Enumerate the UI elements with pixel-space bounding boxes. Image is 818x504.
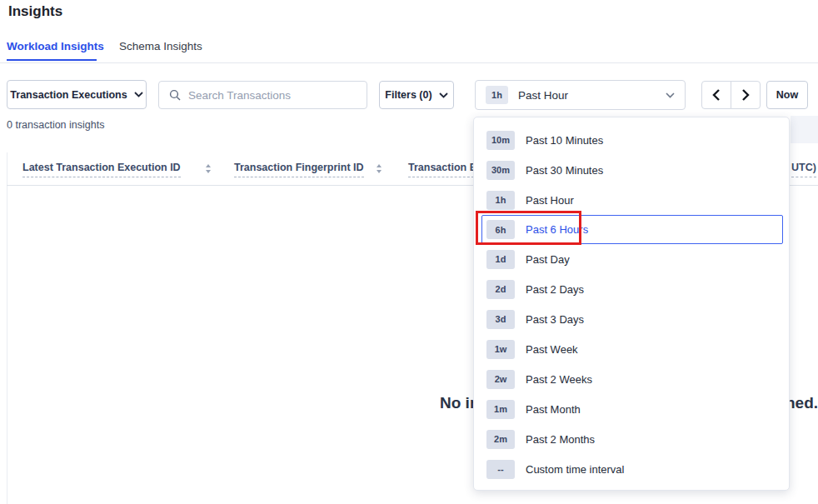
empty-state-message-right: ned. bbox=[786, 394, 818, 412]
search-container[interactable] bbox=[158, 81, 367, 109]
time-option-past-hour[interactable]: 1h Past Hour bbox=[474, 185, 789, 215]
search-icon bbox=[169, 89, 181, 101]
column-header-latest-execution-id[interactable]: Latest Transaction Execution ID bbox=[22, 162, 181, 177]
chevron-right-icon bbox=[741, 89, 750, 101]
time-option-past-month[interactable]: 1m Past Month bbox=[474, 394, 789, 424]
sort-icon[interactable] bbox=[206, 164, 211, 173]
time-option-custom-interval[interactable]: -- Custom time interval bbox=[474, 454, 789, 484]
chevron-down-icon bbox=[666, 92, 675, 98]
page-title: Insights bbox=[8, 3, 62, 20]
sort-icon[interactable] bbox=[377, 164, 382, 173]
tab-workload-insights[interactable]: Workload Insights bbox=[7, 40, 104, 52]
time-option-past-30-minutes[interactable]: 30m Past 30 Minutes bbox=[474, 155, 789, 185]
time-option-past-2-days[interactable]: 2d Past 2 Days bbox=[474, 274, 789, 304]
active-tab-underline bbox=[7, 59, 97, 61]
time-option-past-2-months[interactable]: 2m Past 2 Months bbox=[474, 424, 789, 454]
time-range-label: Past Hour bbox=[518, 89, 568, 102]
next-interval-button[interactable] bbox=[731, 81, 761, 109]
previous-interval-button[interactable] bbox=[701, 81, 731, 109]
chevron-down-icon bbox=[134, 92, 143, 97]
column-header-transaction-execution[interactable]: Transaction Ex bbox=[408, 162, 482, 177]
search-input[interactable] bbox=[188, 89, 357, 102]
tabs-divider bbox=[0, 62, 818, 63]
chevron-left-icon bbox=[712, 89, 721, 101]
time-option-past-6-hours[interactable]: 6h Past 6 Hours bbox=[481, 215, 783, 244]
time-range-badge: 1h bbox=[486, 86, 508, 104]
chevron-down-icon bbox=[439, 92, 448, 98]
column-header-utc-time[interactable]: UTC) bbox=[791, 162, 816, 177]
insights-count: 0 transaction insights bbox=[7, 119, 104, 131]
column-header-fingerprint-id[interactable]: Transaction Fingerprint ID bbox=[234, 162, 364, 177]
time-option-past-week[interactable]: 1w Past Week bbox=[474, 334, 789, 364]
filters-dropdown[interactable]: Filters (0) bbox=[379, 81, 454, 109]
time-option-past-day[interactable]: 1d Past Day bbox=[474, 244, 789, 274]
transaction-type-dropdown[interactable]: Transaction Executions bbox=[7, 80, 147, 109]
time-option-past-3-days[interactable]: 3d Past 3 Days bbox=[474, 304, 789, 334]
time-option-past-10-minutes[interactable]: 10m Past 10 Minutes bbox=[474, 125, 789, 155]
time-option-past-2-weeks[interactable]: 2w Past 2 Weeks bbox=[474, 364, 789, 394]
time-interval-dropdown-menu: 10m Past 10 Minutes 30m Past 30 Minutes … bbox=[473, 117, 790, 491]
table-left-border bbox=[7, 152, 7, 504]
time-range-picker[interactable]: 1h Past Hour bbox=[475, 80, 686, 110]
now-button[interactable]: Now bbox=[766, 81, 808, 109]
insights-page: Insights Workload Insights Schema Insigh… bbox=[0, 0, 818, 504]
tab-schema-insights[interactable]: Schema Insights bbox=[119, 40, 202, 52]
table-corner-block bbox=[791, 116, 818, 143]
filters-label: Filters (0) bbox=[385, 89, 431, 101]
transaction-type-label: Transaction Executions bbox=[10, 89, 127, 101]
